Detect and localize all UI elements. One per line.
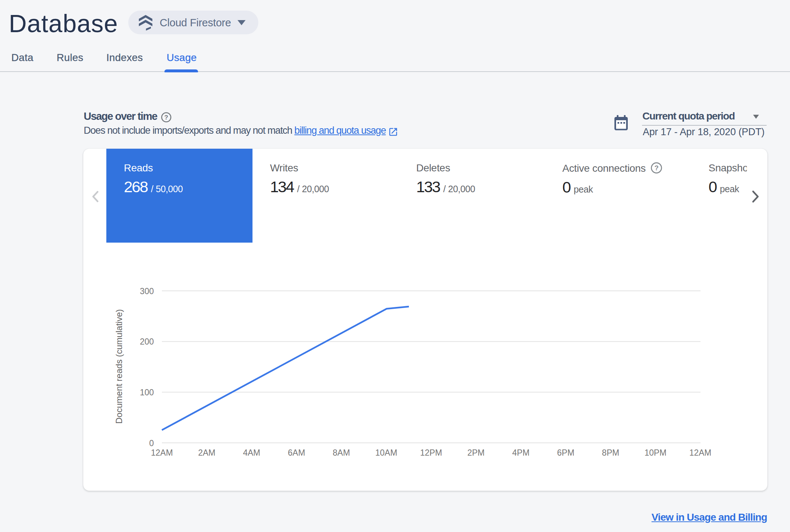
- svg-text:12PM: 12PM: [420, 448, 442, 457]
- svg-text:100: 100: [140, 388, 154, 397]
- svg-text:6AM: 6AM: [288, 448, 305, 457]
- svg-text:6PM: 6PM: [557, 448, 574, 457]
- svg-text:300: 300: [140, 286, 154, 296]
- svg-text:?: ?: [164, 114, 168, 121]
- svg-text:8PM: 8PM: [602, 448, 619, 457]
- svg-text:8AM: 8AM: [333, 448, 350, 457]
- svg-text:2PM: 2PM: [467, 448, 485, 457]
- svg-text:12AM: 12AM: [151, 448, 173, 457]
- svg-text:10AM: 10AM: [375, 448, 397, 457]
- svg-text:10PM: 10PM: [645, 448, 666, 457]
- svg-text:12AM: 12AM: [690, 448, 711, 457]
- svg-text:200: 200: [140, 337, 154, 346]
- svg-text:4AM: 4AM: [243, 448, 260, 457]
- svg-text:2AM: 2AM: [198, 448, 215, 457]
- svg-text:Document reads (cumulative): Document reads (cumulative): [114, 309, 124, 423]
- svg-text:0: 0: [149, 438, 154, 448]
- svg-text:4PM: 4PM: [512, 448, 529, 457]
